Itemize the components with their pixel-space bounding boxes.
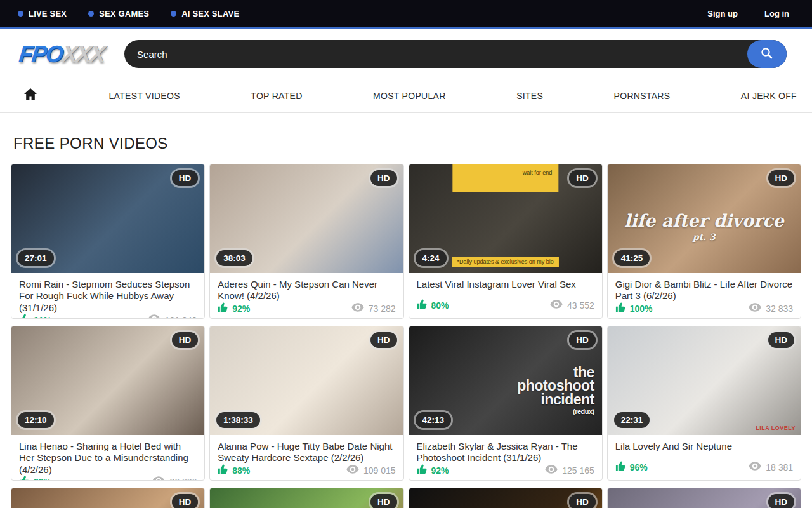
topbar-link-sex-games[interactable]: SEX GAMES xyxy=(88,9,149,18)
home-button[interactable] xyxy=(23,88,38,104)
video-title[interactable]: Elizabeth Skylar & Jessica Ryan - The Ph… xyxy=(417,441,594,464)
video-card[interactable]: life after divorcept. 3 HD 41:25 Gigi Di… xyxy=(607,164,801,319)
likes: 100% xyxy=(615,302,653,315)
video-thumbnail[interactable]: the photoshoot incident(redux) HD 42:13 xyxy=(409,326,602,435)
likes-percentage: 91% xyxy=(34,315,51,319)
topbar-link-label: SEX GAMES xyxy=(99,9,149,18)
thumbs-up-icon xyxy=(19,314,30,319)
thumbs-up-icon xyxy=(615,461,626,474)
video-meta: 92% 125 165 xyxy=(417,464,594,477)
views-count: 36 826 xyxy=(169,477,197,481)
video-card[interactable]: HD xyxy=(209,488,403,508)
views: 109 015 xyxy=(346,465,396,476)
likes-percentage: 92% xyxy=(232,304,250,314)
search-input[interactable] xyxy=(124,40,787,68)
video-card[interactable]: wait for end *Daily updates & exclusives… xyxy=(409,164,603,319)
nav-most-popular[interactable]: MOST POPULAR xyxy=(373,91,446,101)
likes: 92% xyxy=(417,464,449,477)
video-thumbnail[interactable]: life after divorcept. 3 HD 41:25 xyxy=(608,164,801,273)
likes: 88% xyxy=(19,476,51,481)
nav-top-rated[interactable]: TOP RATED xyxy=(251,91,302,101)
video-card[interactable]: HD xyxy=(607,488,801,508)
thumbnail-overlay-script: life after divorcept. 3 xyxy=(608,211,801,242)
likes-percentage: 88% xyxy=(34,477,51,481)
blue-dot-icon xyxy=(18,11,23,17)
likes-percentage: 88% xyxy=(232,465,250,476)
main-nav: LATEST VIDEOS TOP RATED MOST POPULAR SIT… xyxy=(0,79,812,113)
thumbnail-overlay-title: the photoshoot incident(redux) xyxy=(493,366,594,415)
video-info: Elizabeth Skylar & Jessica Ryan - The Ph… xyxy=(409,435,602,480)
duration-badge: 12:10 xyxy=(18,412,54,428)
video-card[interactable]: HD xyxy=(11,488,205,508)
nav-ai-jerk-off[interactable]: AI JERK OFF xyxy=(741,91,797,101)
views: 73 282 xyxy=(351,303,396,314)
video-thumbnail[interactable]: HD xyxy=(409,488,602,508)
hd-badge: HD xyxy=(370,332,397,348)
logo-text-secondary: XXX xyxy=(61,41,105,67)
logo-text-primary: FPO xyxy=(18,41,63,67)
video-card[interactable]: HD 1:38:33 Alanna Pow - Huge Titty Babe … xyxy=(209,326,403,481)
nav-latest-videos[interactable]: LATEST VIDEOS xyxy=(108,91,180,101)
eye-icon xyxy=(346,465,359,476)
eye-icon xyxy=(152,476,165,481)
video-grid: HD 27:01 Romi Rain - Stepmom Seduces Ste… xyxy=(11,164,801,508)
hd-badge: HD xyxy=(768,494,795,508)
video-card[interactable]: HD 27:01 Romi Rain - Stepmom Seduces Ste… xyxy=(11,164,205,319)
home-icon xyxy=(23,88,38,104)
thumbnail-watermark: LILA LOVELY xyxy=(756,425,796,431)
duration-badge: 22:31 xyxy=(614,412,650,428)
video-meta: 92% 73 282 xyxy=(218,302,395,315)
video-title[interactable]: Latest Viral Instagram Lover Viral Sex xyxy=(417,279,594,290)
site-logo[interactable]: FPOXXX xyxy=(18,41,105,67)
eye-icon xyxy=(351,303,364,314)
duration-badge: 41:25 xyxy=(614,250,650,266)
video-thumbnail[interactable]: HD 27:01 xyxy=(11,164,204,273)
video-title[interactable]: Lila Lovely And Sir Neptune xyxy=(615,441,793,452)
likes: 80% xyxy=(417,299,449,312)
views-count: 125 165 xyxy=(562,465,594,476)
video-title[interactable]: Alanna Pow - Huge Titty Babe Date Night … xyxy=(218,441,395,464)
nav-pornstars[interactable]: PORNSTARS xyxy=(614,91,671,101)
views: 18 381 xyxy=(749,462,793,473)
video-thumbnail[interactable]: HD xyxy=(11,488,204,508)
video-thumbnail[interactable]: HD 12:10 xyxy=(11,326,204,435)
video-title[interactable]: Romi Rain - Stepmom Seduces Stepson For … xyxy=(19,279,197,314)
video-title[interactable]: Aderes Quin - My Stepson Can Never Know!… xyxy=(218,279,395,302)
likes: 88% xyxy=(218,464,250,477)
thumbnail-banner-top: wait for end xyxy=(452,164,558,192)
video-thumbnail[interactable]: wait for end *Daily updates & exclusives… xyxy=(409,164,602,273)
video-thumbnail[interactable]: HD xyxy=(210,488,403,508)
thumbs-up-icon xyxy=(615,302,626,315)
search-form xyxy=(124,40,787,68)
video-thumbnail[interactable]: LILA LOVELY HD 22:31 xyxy=(608,326,801,435)
video-thumbnail[interactable]: HD xyxy=(608,488,801,508)
video-card[interactable]: LILA LOVELY HD 22:31 Lila Lovely And Sir… xyxy=(607,326,801,481)
video-title[interactable]: Gigi Dior & Bambi Blitz - Life After Div… xyxy=(615,279,793,302)
hd-badge: HD xyxy=(569,494,596,508)
account-links: Sign up Log in xyxy=(707,9,789,18)
eye-icon xyxy=(749,462,761,473)
video-thumbnail[interactable]: HD 38:03 xyxy=(210,164,403,273)
video-thumbnail[interactable]: HD 1:38:33 xyxy=(210,326,403,435)
views-count: 32 833 xyxy=(766,304,793,314)
search-button[interactable] xyxy=(747,40,787,68)
video-meta: 88% 109 015 xyxy=(218,464,395,477)
duration-badge: 27:01 xyxy=(18,250,54,266)
topbar-link-live-sex[interactable]: LIVE SEX xyxy=(18,9,67,18)
eye-icon xyxy=(749,303,761,314)
video-card[interactable]: HD 12:10 Lina Henao - Sharing a Hotel Be… xyxy=(11,326,205,481)
video-info: Aderes Quin - My Stepson Can Never Know!… xyxy=(210,273,403,318)
video-info: Romi Rain - Stepmom Seduces Stepson For … xyxy=(11,273,204,318)
login-link[interactable]: Log in xyxy=(764,9,789,18)
views-count: 73 282 xyxy=(369,304,396,314)
topbar-links: LIVE SEX SEX GAMES AI SEX SLAVE xyxy=(18,9,239,18)
video-card[interactable]: HD 38:03 Aderes Quin - My Stepson Can Ne… xyxy=(209,164,403,319)
nav-sites[interactable]: SITES xyxy=(516,91,543,101)
video-card[interactable]: the photoshoot incident(redux) HD 42:13 … xyxy=(409,326,603,481)
topbar-link-ai-sex-slave[interactable]: AI SEX SLAVE xyxy=(171,9,239,18)
top-bar: LIVE SEX SEX GAMES AI SEX SLAVE Sign up … xyxy=(0,0,812,29)
video-card[interactable]: HD xyxy=(409,488,603,508)
video-title[interactable]: Lina Henao - Sharing a Hotel Bed with He… xyxy=(19,441,197,476)
signup-link[interactable]: Sign up xyxy=(707,9,738,18)
views: 125 165 xyxy=(545,465,594,476)
